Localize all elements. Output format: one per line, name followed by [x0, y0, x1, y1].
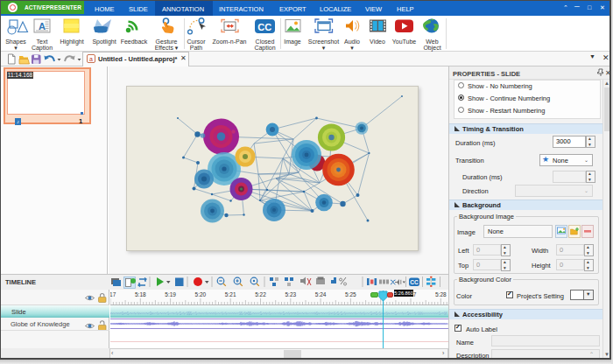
svg-text:5:20: 5:20	[195, 291, 207, 298]
svg-text:5:23: 5:23	[285, 291, 296, 298]
svg-text:CC: CC	[410, 279, 419, 285]
svg-text:5:28: 5:28	[435, 291, 447, 298]
svg-text:5:25: 5:25	[345, 291, 356, 298]
svg-text:5:17: 5:17	[110, 291, 116, 298]
svg-text:5:18: 5:18	[135, 291, 146, 298]
svg-text:5:22: 5:22	[255, 291, 266, 298]
svg-text:5:24: 5:24	[315, 291, 327, 298]
svg-text:5:19: 5:19	[165, 291, 176, 298]
svg-text:5:21: 5:21	[225, 291, 236, 298]
